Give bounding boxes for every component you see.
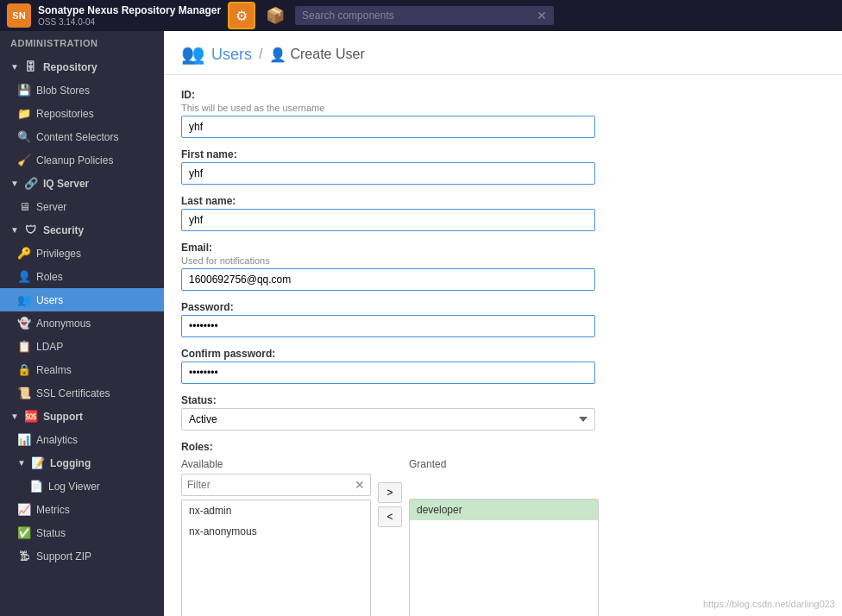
roles-row: Available ✕ nx-admin nx-anonymous > — [181, 458, 768, 616]
topbar: SN Sonatype Nexus Repository Manager OSS… — [0, 0, 842, 31]
sidebar-item-status-label: Status — [36, 527, 66, 539]
main-layout: Administration ▼ 🗄 Repository 💾 Blob Sto… — [0, 31, 842, 616]
status-field-group: Status: Active Disabled — [181, 394, 768, 431]
sidebar-item-server[interactable]: 🖥 Server — [0, 195, 164, 218]
sidebar-item-anonymous[interactable]: 👻 Anonymous — [0, 311, 164, 335]
firstname-field-group: First name: — [181, 148, 768, 185]
log-viewer-icon: 📄 — [29, 480, 43, 493]
sidebar-group-security[interactable]: ▼ 🛡 Security — [0, 218, 164, 242]
status-icon: ✅ — [17, 526, 31, 539]
analytics-icon: 📊 — [17, 433, 31, 446]
sidebar-item-users[interactable]: 👥 Users — [0, 288, 164, 311]
status-select[interactable]: Active Disabled — [181, 408, 595, 431]
sidebar-group-repository[interactable]: ▼ 🗄 Repository — [0, 55, 164, 79]
sidebar-item-logging-label: Logging — [50, 457, 91, 469]
sidebar-item-privileges[interactable]: 🔑 Privileges — [0, 242, 164, 265]
components-icon[interactable]: 📦 — [262, 3, 288, 28]
sidebar-item-log-viewer[interactable]: 📄 Log Viewer — [0, 475, 164, 498]
sidebar-item-users-label: Users — [36, 294, 63, 306]
roles-section: Roles: Available ✕ nx-admin nx-anonymous — [181, 441, 768, 616]
support-zip-icon: 🗜 — [17, 550, 31, 563]
chevron-down-icon: ▼ — [10, 62, 19, 72]
id-label: ID: — [181, 89, 768, 101]
sidebar-item-support-zip[interactable]: 🗜 Support ZIP — [0, 544, 164, 568]
roles-available-list: nx-admin nx-anonymous — [181, 500, 371, 616]
breadcrumb-parent[interactable]: Users — [211, 46, 252, 64]
firstname-input[interactable] — [181, 162, 595, 185]
list-item[interactable]: nx-admin — [182, 500, 370, 521]
sidebar-item-ssl-certificates[interactable]: 📜 SSL Certificates — [0, 381, 164, 405]
email-input[interactable] — [181, 268, 595, 291]
sidebar-item-ldap[interactable]: 📋 LDAP — [0, 335, 164, 358]
logo-text: SN — [12, 10, 25, 21]
app-name: Sonatype Nexus Repository Manager — [38, 4, 221, 16]
email-hint: Used for notifications — [181, 255, 768, 266]
password-label: Password: — [181, 301, 768, 313]
password-input[interactable] — [181, 315, 595, 337]
sidebar-item-content-selectors[interactable]: 🔍 Content Selectors — [0, 125, 164, 148]
sidebar-item-support-zip-label: Support ZIP — [36, 550, 91, 563]
confirm-password-label: Confirm password: — [181, 348, 768, 360]
anonymous-icon: 👻 — [17, 317, 31, 330]
sidebar-group-support-label: Support — [43, 411, 83, 423]
sidebar-item-roles-label: Roles — [36, 271, 63, 283]
sidebar-item-log-viewer-label: Log Viewer — [48, 481, 100, 493]
sidebar-group-security-label: Security — [43, 224, 84, 236]
breadcrumb-current-label: Create User — [290, 47, 364, 62]
app-version: OSS 3.14.0-04 — [38, 17, 221, 27]
sidebar-item-analytics[interactable]: 📊 Analytics — [0, 428, 164, 451]
repository-icon: 🗄 — [24, 60, 38, 73]
confirm-password-input[interactable] — [181, 361, 595, 384]
app-title-group: Sonatype Nexus Repository Manager OSS 3.… — [38, 4, 221, 26]
transfer-left-button[interactable]: < — [378, 506, 402, 527]
sidebar-group-support[interactable]: ▼ 🆘 Support — [0, 405, 164, 428]
app-logo: SN — [7, 3, 31, 28]
sidebar-item-logging[interactable]: ▼ 📝 Logging — [0, 451, 164, 475]
server-icon: 🖥 — [17, 200, 31, 213]
lastname-label: Last name: — [181, 195, 768, 207]
search-box[interactable]: ✕ — [295, 6, 554, 25]
sidebar-item-realms[interactable]: 🔒 Realms — [0, 358, 164, 381]
chevron-down-icon-sup: ▼ — [10, 412, 19, 421]
sidebar-item-roles[interactable]: 👤 Roles — [0, 265, 164, 288]
sidebar-item-metrics[interactable]: 📈 Metrics — [0, 498, 164, 521]
id-input[interactable] — [181, 116, 595, 138]
users-icon: 👥 — [17, 293, 31, 306]
gear-button[interactable]: ⚙ — [228, 2, 255, 29]
email-label: Email: — [181, 242, 768, 254]
roles-label: Roles: — [181, 441, 768, 453]
metrics-icon: 📈 — [17, 503, 31, 516]
roles-filter-input[interactable] — [182, 475, 349, 494]
sidebar-item-analytics-label: Analytics — [36, 434, 78, 446]
search-input[interactable] — [302, 6, 533, 25]
cleanup-policies-icon: 🧹 — [17, 154, 31, 167]
chevron-down-icon-iq: ▼ — [10, 179, 19, 188]
sidebar: Administration ▼ 🗄 Repository 💾 Blob Sto… — [0, 31, 164, 616]
search-clear-icon[interactable]: ✕ — [537, 9, 547, 22]
iq-server-icon: 🔗 — [24, 177, 38, 190]
sidebar-item-repositories-label: Repositories — [36, 108, 94, 120]
transfer-right-button[interactable]: > — [378, 482, 402, 503]
sidebar-item-status[interactable]: ✅ Status — [0, 521, 164, 544]
sidebar-item-blob-stores-label: Blob Stores — [36, 85, 90, 97]
sidebar-item-repositories[interactable]: 📁 Repositories — [0, 102, 164, 125]
admin-label: Administration — [0, 31, 164, 55]
lastname-input[interactable] — [181, 209, 595, 231]
roles-filter-clear-icon[interactable]: ✕ — [349, 475, 370, 495]
confirm-password-field-group: Confirm password: — [181, 348, 768, 384]
email-field-group: Email: Used for notifications — [181, 242, 768, 291]
security-icon: 🛡 — [24, 223, 38, 236]
roles-transfer-buttons: > < — [371, 482, 409, 527]
sidebar-item-cleanup-policies[interactable]: 🧹 Cleanup Policies — [0, 148, 164, 172]
sidebar-item-privileges-label: Privileges — [36, 248, 81, 260]
lastname-field-group: Last name: — [181, 195, 768, 231]
chevron-down-icon-log: ▼ — [17, 458, 26, 468]
list-item[interactable]: developer — [410, 500, 598, 520]
sidebar-item-server-label: Server — [36, 201, 66, 213]
sidebar-item-cleanup-policies-label: Cleanup Policies — [36, 154, 113, 167]
sidebar-item-ssl-certificates-label: SSL Certificates — [36, 387, 110, 399]
blob-stores-icon: 💾 — [17, 84, 31, 97]
sidebar-item-blob-stores[interactable]: 💾 Blob Stores — [0, 79, 164, 102]
sidebar-group-iq-server[interactable]: ▼ 🔗 IQ Server — [0, 172, 164, 195]
list-item[interactable]: nx-anonymous — [182, 521, 370, 542]
